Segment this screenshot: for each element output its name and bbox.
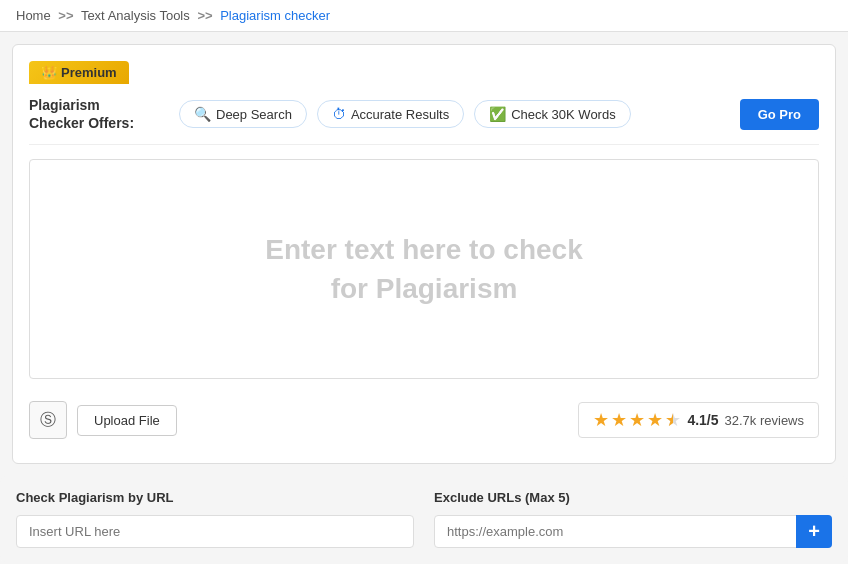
url-exclude-input-wrap: + xyxy=(434,515,832,548)
star-5: ★★ xyxy=(665,409,681,431)
breadcrumb-tools[interactable]: Text Analysis Tools xyxy=(81,8,190,23)
offers-label: PlagiarismChecker Offers: xyxy=(29,96,169,132)
breadcrumb-home[interactable]: Home xyxy=(16,8,51,23)
offer-check-words: ✅ Check 30K Words xyxy=(474,100,631,128)
star-3: ★ xyxy=(629,409,645,431)
offer-deep-search-label: Deep Search xyxy=(216,107,292,122)
clock-icon: ⏱ xyxy=(332,106,346,122)
text-input-placeholder: Enter text here to check for Plagiarism xyxy=(245,210,602,328)
offer-deep-search: 🔍 Deep Search xyxy=(179,100,307,128)
go-pro-button[interactable]: Go Pro xyxy=(740,99,819,130)
offer-words-label: Check 30K Words xyxy=(511,107,616,122)
stars: ★ ★ ★ ★ ★★ xyxy=(593,409,681,431)
rating-reviews: 32.7k reviews xyxy=(725,413,804,428)
breadcrumb-sep1: >> xyxy=(58,8,73,23)
star-4: ★ xyxy=(647,409,663,431)
url-check-label: Check Plagiarism by URL xyxy=(16,490,414,505)
search-icon: 🔍 xyxy=(194,106,211,122)
premium-badge: 👑Premium xyxy=(29,61,129,84)
strikethrough-icon: Ⓢ xyxy=(40,410,56,431)
strikethrough-icon-button[interactable]: Ⓢ xyxy=(29,401,67,439)
check-icon: ✅ xyxy=(489,106,506,122)
star-1: ★ xyxy=(593,409,609,431)
offer-accurate-label: Accurate Results xyxy=(351,107,449,122)
rating-score: 4.1/5 xyxy=(687,412,718,428)
url-exclude-input[interactable] xyxy=(434,515,832,548)
breadcrumb: Home >> Text Analysis Tools >> Plagiaris… xyxy=(0,0,848,32)
url-exclude-label: Exclude URLs (Max 5) xyxy=(434,490,832,505)
breadcrumb-current: Plagiarism checker xyxy=(220,8,330,23)
url-add-button[interactable]: + xyxy=(796,515,832,548)
url-check-input[interactable] xyxy=(16,515,414,548)
upload-file-button[interactable]: Upload File xyxy=(77,405,177,436)
url-check-input-wrap xyxy=(16,515,414,548)
bottom-toolbar: Ⓢ Upload File ★ ★ ★ ★ ★★ 4.1/5 32.7k rev… xyxy=(29,393,819,447)
text-input-area[interactable]: Enter text here to check for Plagiarism xyxy=(29,159,819,379)
star-2: ★ xyxy=(611,409,627,431)
rating-area: ★ ★ ★ ★ ★★ 4.1/5 32.7k reviews xyxy=(578,402,819,438)
url-exclude-col: Exclude URLs (Max 5) + xyxy=(434,490,832,548)
offer-accurate-results: ⏱ Accurate Results xyxy=(317,100,464,128)
breadcrumb-sep2: >> xyxy=(197,8,212,23)
main-container: 👑Premium PlagiarismChecker Offers: 🔍 Dee… xyxy=(12,44,836,464)
crown-icon: 👑 xyxy=(41,65,57,80)
offers-row: PlagiarismChecker Offers: 🔍 Deep Search … xyxy=(29,84,819,145)
url-check-col: Check Plagiarism by URL xyxy=(16,490,414,548)
url-section: Check Plagiarism by URL Exclude URLs (Ma… xyxy=(0,476,848,562)
